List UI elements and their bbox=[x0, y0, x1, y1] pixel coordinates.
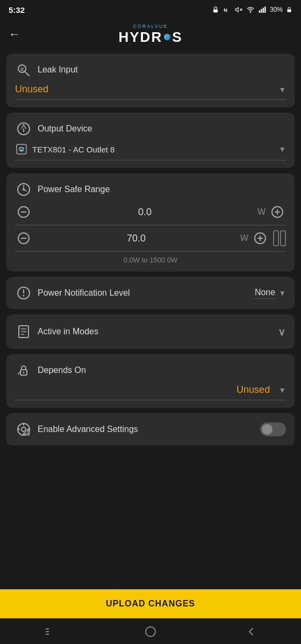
split-view-icon bbox=[273, 230, 286, 247]
upload-changes-label: UPLOAD CHANGES bbox=[106, 599, 195, 608]
output-device-arrow: ▼ bbox=[278, 145, 286, 153]
depends-on-header: Depends On bbox=[15, 362, 286, 379]
leak-input-dropdown[interactable]: Unused ▼ bbox=[15, 84, 286, 100]
svg-rect-33 bbox=[281, 231, 285, 246]
advanced-settings-toggle[interactable] bbox=[260, 422, 286, 436]
power-notification-dropdown[interactable]: None ▼ bbox=[255, 288, 286, 299]
upload-changes-button[interactable]: UPLOAD CHANGES bbox=[0, 589, 301, 618]
svg-point-54 bbox=[146, 627, 155, 636]
power-range-unit1: W bbox=[257, 207, 266, 217]
power-range-row1: 0.0 W bbox=[15, 203, 286, 225]
nav-home-button[interactable] bbox=[144, 625, 157, 638]
output-device-icon bbox=[15, 120, 32, 137]
active-in-modes-title: Active in Modes bbox=[38, 327, 273, 336]
svg-rect-6 bbox=[261, 9, 262, 13]
power-notification-arrow: ▼ bbox=[278, 289, 286, 297]
power-range-unit2: W bbox=[240, 233, 248, 243]
depends-on-card: Depends On Unused ▼ bbox=[6, 354, 295, 408]
power-range-value2: 70.0 bbox=[32, 233, 240, 244]
output-device-title: Output Device bbox=[38, 124, 92, 134]
nav-menu-button[interactable] bbox=[44, 625, 56, 638]
power-range-row2: 70.0 W bbox=[15, 230, 286, 252]
active-modes-arrow: ∨ bbox=[278, 325, 286, 338]
signal-icon bbox=[258, 6, 267, 13]
svg-text:N: N bbox=[224, 8, 227, 13]
advanced-settings-title: Enable Advanced Settings bbox=[38, 425, 255, 434]
power-safe-range-title: Power Safe Range bbox=[38, 185, 110, 194]
status-icons: N 30% bbox=[212, 6, 292, 13]
power-safe-range-header: Power Safe Range bbox=[15, 181, 286, 198]
output-device-value: TETX801 - AC Outlet 8 bbox=[32, 145, 114, 154]
status-time: 5:32 bbox=[9, 5, 25, 14]
leak-input-icon bbox=[15, 61, 32, 78]
svg-rect-5 bbox=[259, 10, 260, 13]
power-safe-range-card: Power Safe Range 0.0 W bbox=[6, 173, 295, 272]
logo-text-part2: S bbox=[172, 29, 182, 46]
logo-text-part1: HYDR bbox=[118, 29, 162, 46]
content: Leak Input Unused ▼ Output Device bbox=[0, 49, 301, 589]
power-notification-icon bbox=[15, 284, 32, 302]
output-device-dropdown[interactable]: TETX801 - AC Outlet 8 ▼ bbox=[15, 143, 286, 160]
svg-line-11 bbox=[25, 71, 29, 76]
svg-rect-9 bbox=[288, 10, 291, 12]
range-increase-btn1[interactable] bbox=[269, 203, 286, 221]
power-range-info: 0.0W to 1500.0W bbox=[15, 256, 286, 264]
leak-input-card: Leak Input Unused ▼ bbox=[6, 54, 295, 107]
svg-point-35 bbox=[23, 295, 25, 297]
range-decrease-btn2[interactable] bbox=[15, 230, 32, 247]
active-modes-icon bbox=[15, 323, 32, 340]
leak-input-title: Leak Input bbox=[38, 65, 78, 75]
svg-point-21 bbox=[23, 188, 25, 191]
network-icon: N bbox=[223, 6, 231, 13]
power-notification-card: Power Notification Level None ▼ bbox=[6, 277, 295, 309]
depends-on-icon bbox=[15, 362, 32, 379]
svg-rect-8 bbox=[264, 6, 266, 13]
depends-on-arrow: ▼ bbox=[278, 386, 286, 394]
bottom-nav bbox=[0, 618, 301, 644]
depends-on-dropdown[interactable]: Unused ▼ bbox=[15, 384, 286, 400]
power-safe-range-icon bbox=[15, 181, 32, 198]
header: ← CORALVUE HYDR S bbox=[0, 19, 301, 49]
logo-name: HYDR S bbox=[118, 29, 182, 46]
lock-icon bbox=[212, 6, 219, 13]
nav-back-button[interactable] bbox=[245, 625, 257, 638]
logo: CORALVUE HYDR S bbox=[118, 24, 182, 46]
depends-on-title: Depends On bbox=[38, 365, 86, 375]
svg-point-41 bbox=[23, 372, 25, 374]
logo-dot-icon bbox=[164, 34, 170, 40]
battery-level: 30% bbox=[270, 6, 283, 13]
svg-point-12 bbox=[20, 67, 24, 71]
leak-input-value: Unused bbox=[15, 84, 48, 95]
active-in-modes-card[interactable]: Active in Modes ∨ bbox=[6, 314, 295, 349]
back-button[interactable]: ← bbox=[9, 27, 20, 41]
power-notification-title: Power Notification Level bbox=[38, 288, 249, 298]
range-increase-btn2[interactable] bbox=[252, 230, 269, 247]
range-decrease-btn1[interactable] bbox=[15, 203, 32, 221]
leak-input-header: Leak Input bbox=[15, 61, 286, 78]
toggle-thumb bbox=[262, 424, 273, 435]
output-device-header: Output Device bbox=[15, 120, 286, 137]
wifi-icon bbox=[246, 6, 255, 13]
advanced-settings-card: Enable Advanced Settings bbox=[6, 413, 295, 445]
status-bar: 5:32 N 30% bbox=[0, 0, 301, 19]
advanced-settings-icon bbox=[15, 421, 32, 438]
logo-brand: CORALVUE bbox=[133, 24, 168, 29]
leak-input-arrow: ▼ bbox=[278, 85, 286, 94]
mute-icon bbox=[234, 6, 243, 13]
svg-rect-32 bbox=[274, 231, 278, 246]
power-range-value1: 0.0 bbox=[32, 207, 257, 218]
output-device-card: Output Device TETX801 - AC Outlet 8 ▼ bbox=[6, 113, 295, 168]
svg-rect-0 bbox=[213, 9, 218, 12]
svg-rect-7 bbox=[263, 8, 264, 13]
power-notification-value: None bbox=[255, 288, 275, 299]
outlet-icon bbox=[15, 143, 28, 156]
depends-on-value: Unused bbox=[236, 384, 270, 396]
battery-lock-icon bbox=[286, 6, 292, 13]
svg-point-4 bbox=[250, 12, 250, 12]
